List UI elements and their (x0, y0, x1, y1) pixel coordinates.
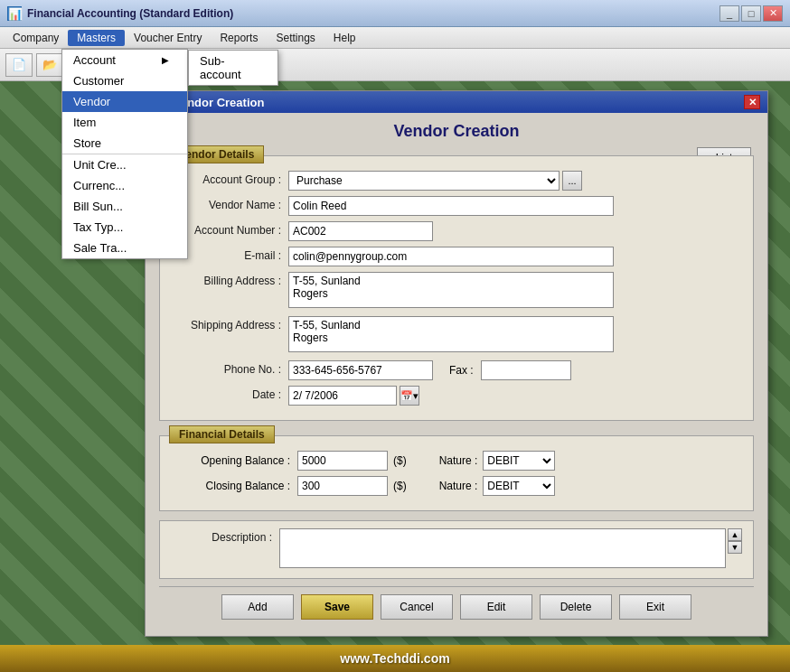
phone-fax-fields: Fax : (288, 360, 742, 380)
opening-balance-row: Opening Balance : ($) Nature : DEBIT CRE… (171, 451, 742, 471)
email-field (288, 247, 742, 266)
account-number-input[interactable] (288, 221, 433, 241)
vendor-details-section: Vendor Details Account Group : Purchase … (159, 155, 754, 421)
vendor-name-field (288, 196, 742, 216)
edit-button[interactable]: Edit (460, 594, 532, 620)
date-label: Date : (171, 386, 288, 401)
app-icon: 📊 (7, 6, 22, 21)
window-controls: _ □ ✕ (719, 5, 783, 22)
closing-currency: ($) (393, 480, 407, 492)
closing-nature-select[interactable]: DEBIT CREDIT (483, 476, 555, 496)
financial-details-label: Financial Details (169, 425, 275, 443)
menu-voucher-entry[interactable]: Voucher Entry (125, 30, 211, 46)
financial-details-section: Financial Details Opening Balance : ($) … (159, 435, 754, 511)
dropdown-item-sale[interactable]: Sale Tra... (62, 238, 187, 258)
scroll-up-button[interactable]: ▲ (728, 528, 742, 541)
account-number-row: Account Number : (171, 221, 742, 241)
menu-settings[interactable]: Settings (267, 30, 324, 46)
opening-balance-input[interactable] (297, 451, 388, 471)
open-button[interactable]: 📂 (36, 53, 63, 77)
opening-balance-label: Opening Balance : (171, 454, 297, 467)
date-row: Date : 📅▾ (171, 386, 742, 406)
dialog-heading: Vendor Creation (159, 122, 754, 141)
vendor-name-label: Vendor Name : (171, 196, 288, 211)
closing-balance-input[interactable] (297, 476, 388, 496)
email-input[interactable] (288, 247, 614, 266)
dropdown-item-unit[interactable]: Unit Cre... (62, 154, 187, 175)
maximize-button[interactable]: □ (741, 5, 761, 22)
billing-address-label: Billing Address : (171, 272, 288, 287)
sub-account-item[interactable]: Sub-account (189, 51, 277, 85)
email-row: E-mail : (171, 247, 742, 266)
dropdown-item-account[interactable]: Account ▶ Sub-account (62, 50, 187, 70)
cancel-button[interactable]: Cancel (381, 594, 453, 620)
opening-currency: ($) (393, 454, 407, 467)
billing-address-input[interactable]: T-55, Sunland Rogers (288, 272, 614, 308)
account-sub-dropdown: Sub-account (188, 50, 278, 86)
close-button[interactable]: ✕ (763, 5, 783, 22)
shipping-address-label: Shipping Address : (171, 316, 288, 331)
shipping-address-field: T-55, Sunland Rogers (288, 316, 742, 355)
add-button[interactable]: Add (221, 594, 294, 620)
vendor-name-row: Vendor Name : (171, 196, 742, 216)
dropdown-item-currency[interactable]: Currenc... (62, 175, 187, 196)
account-group-row: Account Group : Purchase ... (171, 171, 742, 191)
account-number-label: Account Number : (171, 221, 288, 237)
account-group-select[interactable]: Purchase (288, 171, 560, 191)
dropdown-item-bill[interactable]: Bill Sun... (62, 196, 187, 217)
date-picker-button[interactable]: 📅▾ (400, 386, 419, 406)
closing-balance-label: Closing Balance : (171, 480, 297, 492)
phone-label: Phone No. : (171, 360, 288, 376)
dialog-close-button[interactable]: ✕ (744, 95, 760, 109)
description-label: Description : (171, 528, 279, 544)
date-input[interactable] (288, 386, 397, 406)
dropdown-item-customer[interactable]: Customer (62, 70, 187, 91)
status-bar: www.Techddi.com (0, 645, 790, 672)
account-group-field: Purchase ... (288, 171, 742, 191)
closing-balance-row: Closing Balance : ($) Nature : DEBIT CRE… (171, 476, 742, 496)
dialog-title-bar: 🏢 Vendor Creation ✕ (146, 91, 767, 113)
menu-bar: Company Masters Voucher Entry Reports Se… (0, 27, 790, 49)
billing-address-field: T-55, Sunland Rogers (288, 272, 742, 311)
account-group-browse-button[interactable]: ... (562, 171, 582, 191)
vendor-creation-dialog: 🏢 Vendor Creation ✕ Vendor Creation List… (145, 90, 768, 637)
title-bar: 📊 Financial Accounting (Standard Edition… (0, 0, 790, 27)
bottom-buttons: Add Save Cancel Edit Delete Exit (159, 586, 754, 627)
description-field (279, 528, 726, 571)
vendor-name-input[interactable] (288, 196, 614, 216)
shipping-address-row: Shipping Address : T-55, Sunland Rogers (171, 316, 742, 355)
app-title: Financial Accounting (Standard Edition) (27, 7, 719, 20)
dropdown-item-vendor[interactable]: Vendor (62, 91, 187, 112)
fax-label: Fax : (449, 364, 474, 377)
masters-dropdown: Account ▶ Sub-account Customer Vendor It… (61, 49, 188, 259)
shipping-address-input[interactable]: T-55, Sunland Rogers (288, 316, 614, 352)
date-field: 📅▾ (288, 386, 419, 406)
description-input[interactable] (279, 528, 726, 568)
menu-company[interactable]: Company (4, 30, 68, 46)
fax-input[interactable] (481, 360, 571, 380)
billing-address-row: Billing Address : T-55, Sunland Rogers (171, 272, 742, 311)
status-text: www.Techddi.com (340, 651, 449, 666)
opening-nature-select[interactable]: DEBIT CREDIT (483, 451, 555, 471)
save-button[interactable]: Save (301, 594, 373, 620)
delete-button[interactable]: Delete (540, 594, 612, 620)
closing-nature-label: Nature : (439, 480, 478, 492)
description-section: Description : ▲ ▼ (159, 520, 754, 579)
menu-help[interactable]: Help (324, 30, 365, 46)
exit-button[interactable]: Exit (619, 594, 691, 620)
dropdown-item-store[interactable]: Store (62, 133, 187, 154)
account-group-label: Account Group : (171, 171, 288, 186)
account-number-field (288, 221, 742, 241)
dialog-body: Vendor Creation List Vendor Details Acco… (146, 113, 767, 636)
menu-masters[interactable]: Masters (68, 30, 125, 46)
submenu-arrow-account: ▶ (162, 55, 169, 65)
minimize-button[interactable]: _ (719, 5, 739, 22)
dropdown-item-tax[interactable]: Tax Typ... (62, 217, 187, 238)
menu-reports[interactable]: Reports (211, 30, 267, 46)
description-scrollbar: ▲ ▼ (728, 528, 742, 554)
opening-nature-label: Nature : (439, 454, 478, 467)
scroll-down-button[interactable]: ▼ (728, 541, 742, 554)
phone-input[interactable] (288, 360, 433, 380)
dropdown-item-item[interactable]: Item (62, 112, 187, 133)
new-button[interactable]: 📄 (5, 53, 33, 77)
